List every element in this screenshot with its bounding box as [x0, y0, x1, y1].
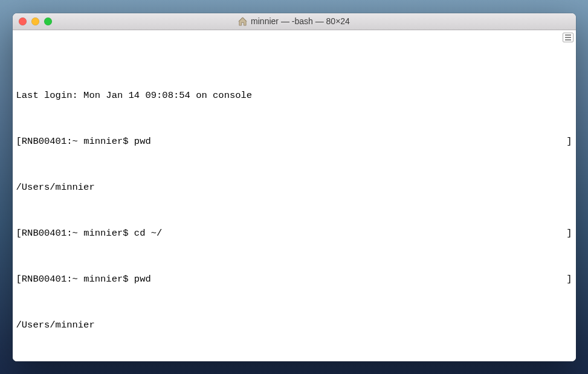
- close-button[interactable]: [19, 18, 27, 25]
- window-title: minnier — -bash — 80×24: [251, 16, 350, 26]
- title-wrap: minnier — -bash — 80×24: [13, 16, 576, 26]
- last-login-line: Last login: Mon Jan 14 09:08:54 on conso…: [16, 90, 572, 102]
- prompt: RNB00401:~ minnier$: [22, 228, 134, 239]
- bracket-close: ]: [566, 136, 572, 147]
- bracket-close: ]: [566, 274, 572, 285]
- minimize-button[interactable]: [31, 18, 39, 25]
- terminal-window: minnier — -bash — 80×24 Last login: Mon …: [13, 13, 576, 361]
- prompt: RNB00401:~ minnier$: [22, 136, 134, 147]
- hamburger-icon[interactable]: [563, 33, 573, 42]
- bracket-open: [: [16, 274, 22, 285]
- prompt: RNB00401:~ minnier$: [22, 274, 134, 285]
- bracket-open: [: [16, 136, 22, 147]
- bracket-open: [: [16, 228, 22, 239]
- output-line: /Users/minnier: [16, 182, 572, 193]
- traffic-lights: [19, 18, 52, 25]
- bracket-close: ]: [566, 228, 572, 239]
- command: pwd: [134, 136, 151, 147]
- command: pwd: [134, 274, 151, 285]
- command: cd ~/: [134, 228, 163, 239]
- home-icon: [238, 17, 247, 26]
- output-line: /Users/minnier: [16, 320, 572, 331]
- titlebar[interactable]: minnier — -bash — 80×24: [13, 13, 576, 30]
- terminal-line: [RNB00401:~ minnier$ pwd ]: [16, 274, 572, 285]
- terminal-line: [RNB00401:~ minnier$ cd ~/ ]: [16, 228, 572, 239]
- maximize-button[interactable]: [44, 18, 52, 25]
- terminal-body[interactable]: Last login: Mon Jan 14 09:08:54 on conso…: [13, 30, 576, 361]
- terminal-line: [RNB00401:~ minnier$ pwd ]: [16, 136, 572, 147]
